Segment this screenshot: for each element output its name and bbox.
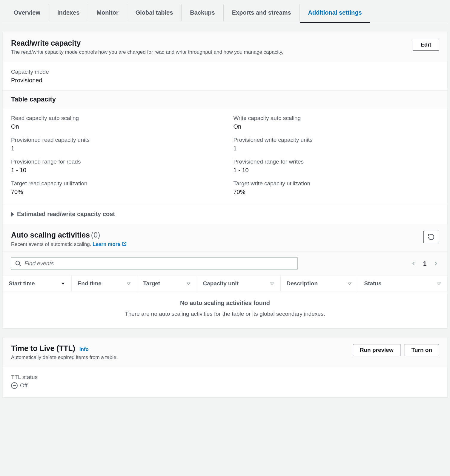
autoscaling-count: (0) (91, 231, 100, 239)
write-range-value: 1 - 10 (234, 167, 439, 174)
search-box[interactable] (11, 257, 298, 270)
autoscaling-toolbar: 1 (3, 252, 447, 275)
capacity-header: Read/write capacity The read/write capac… (3, 32, 447, 62)
read-provisioned-value: 1 (11, 145, 217, 152)
ttl-panel: Time to Live (TTL) Info Automatically de… (2, 337, 448, 398)
empty-title: No auto scaling activities found (3, 300, 447, 306)
caret-right-icon (11, 212, 14, 217)
edit-button[interactable]: Edit (413, 39, 439, 51)
ttl-header: Time to Live (TTL) Info Automatically de… (3, 338, 447, 367)
external-link-icon (122, 241, 127, 247)
estimated-cost-label: Estimated read/write capacity cost (17, 211, 115, 218)
empty-state: No auto scaling activities found There a… (3, 292, 447, 328)
refresh-button[interactable] (423, 231, 439, 243)
turn-on-button[interactable]: Turn on (405, 344, 439, 356)
read-target-label: Target read capacity utilization (11, 180, 217, 187)
col-start-time-label: Start time (9, 280, 35, 287)
search-icon (15, 260, 21, 267)
table-capacity-title: Table capacity (3, 91, 447, 108)
col-start-time[interactable]: Start time (3, 275, 71, 292)
col-end-time[interactable]: End time (71, 275, 137, 292)
read-autoscale-value: On (11, 123, 217, 130)
tab-backups[interactable]: Backups (182, 4, 223, 21)
autoscaling-description: Recent events of automatic scaling. (11, 241, 91, 247)
empty-subtitle: There are no auto scaling activities for… (3, 311, 447, 317)
write-column: Write capacity auto scaling On Provision… (225, 108, 448, 204)
pagination: 1 (411, 260, 439, 267)
col-description[interactable]: Description (280, 275, 358, 292)
read-provisioned-label: Provisioned read capacity units (11, 137, 217, 143)
write-target-label: Target write capacity utilization (234, 180, 439, 187)
tab-monitor[interactable]: Monitor (88, 4, 127, 21)
status-off-icon (11, 382, 18, 389)
page-number: 1 (423, 260, 426, 267)
capacity-panel: Read/write capacity The read/write capac… (2, 32, 448, 328)
refresh-icon (428, 233, 435, 241)
read-column: Read capacity auto scaling On Provisione… (3, 108, 225, 204)
svg-marker-2 (61, 283, 64, 285)
svg-marker-7 (437, 283, 441, 285)
ttl-status-label: TTL status (11, 374, 439, 381)
chevron-right-icon (433, 261, 439, 267)
ttl-body: TTL status Off (3, 367, 447, 397)
write-range-label: Provisioned range for writes (234, 158, 439, 165)
read-range-value: 1 - 10 (11, 167, 217, 174)
col-status-label: Status (364, 280, 382, 287)
write-autoscale-label: Write capacity auto scaling (234, 115, 439, 121)
svg-marker-4 (187, 283, 190, 285)
table-capacity-grid: Read capacity auto scaling On Provisione… (3, 108, 447, 204)
svg-marker-3 (127, 283, 130, 285)
col-target[interactable]: Target (137, 275, 197, 292)
write-provisioned-value: 1 (234, 145, 439, 152)
sort-icon (186, 281, 191, 286)
tab-exports[interactable]: Exports and streams (224, 4, 300, 21)
capacity-mode-section: Capacity mode Provisioned (3, 62, 447, 91)
ttl-title: Time to Live (TTL) (11, 344, 75, 353)
col-capacity-unit[interactable]: Capacity unit (197, 275, 280, 292)
sort-desc-icon (61, 281, 65, 286)
sort-icon (347, 281, 352, 286)
capacity-mode-label: Capacity mode (11, 69, 439, 75)
autoscaling-title: Auto scaling activities (11, 231, 90, 239)
write-target-value: 70% (234, 189, 439, 195)
learn-more-link[interactable]: Learn more (93, 241, 127, 247)
sort-icon (437, 281, 441, 286)
run-preview-button[interactable]: Run preview (353, 344, 400, 356)
ttl-description: Automatically delete expired items from … (11, 355, 118, 361)
sort-icon (126, 281, 131, 286)
capacity-description: The read/write capacity mode controls ho… (11, 49, 283, 55)
col-capacity-unit-label: Capacity unit (203, 280, 239, 287)
search-input[interactable] (24, 260, 294, 267)
tab-additional-settings[interactable]: Additional settings (300, 4, 370, 21)
svg-line-1 (19, 264, 21, 266)
next-page-button[interactable] (433, 261, 439, 267)
learn-more-label: Learn more (93, 241, 120, 247)
sort-icon (270, 281, 274, 286)
capacity-title: Read/write capacity (11, 39, 283, 47)
tab-indexes[interactable]: Indexes (49, 4, 88, 21)
read-target-value: 70% (11, 189, 217, 195)
write-provisioned-label: Provisioned write capacity units (234, 137, 439, 143)
svg-marker-5 (270, 283, 274, 285)
read-autoscale-label: Read capacity auto scaling (11, 115, 217, 121)
tab-global-tables[interactable]: Global tables (127, 4, 182, 21)
read-range-label: Provisioned range for reads (11, 158, 217, 165)
activities-table: Start time End time Target Capacity unit… (3, 275, 447, 292)
tab-bar: Overview Indexes Monitor Global tables B… (2, 2, 448, 23)
estimated-cost-toggle[interactable]: Estimated read/write capacity cost (3, 204, 447, 224)
capacity-mode-value: Provisioned (11, 77, 439, 84)
autoscaling-header: Auto scaling activities (0) Recent event… (3, 224, 447, 252)
svg-marker-6 (348, 283, 351, 285)
svg-point-0 (16, 261, 20, 265)
chevron-left-icon (411, 261, 417, 267)
prev-page-button[interactable] (411, 261, 417, 267)
ttl-status-value: Off (20, 382, 27, 389)
col-description-label: Description (287, 280, 318, 287)
ttl-info-link[interactable]: Info (79, 346, 89, 352)
col-status[interactable]: Status (358, 275, 447, 292)
col-end-time-label: End time (78, 280, 102, 287)
tab-overview[interactable]: Overview (5, 4, 49, 21)
write-autoscale-value: On (234, 123, 439, 130)
col-target-label: Target (143, 280, 160, 287)
